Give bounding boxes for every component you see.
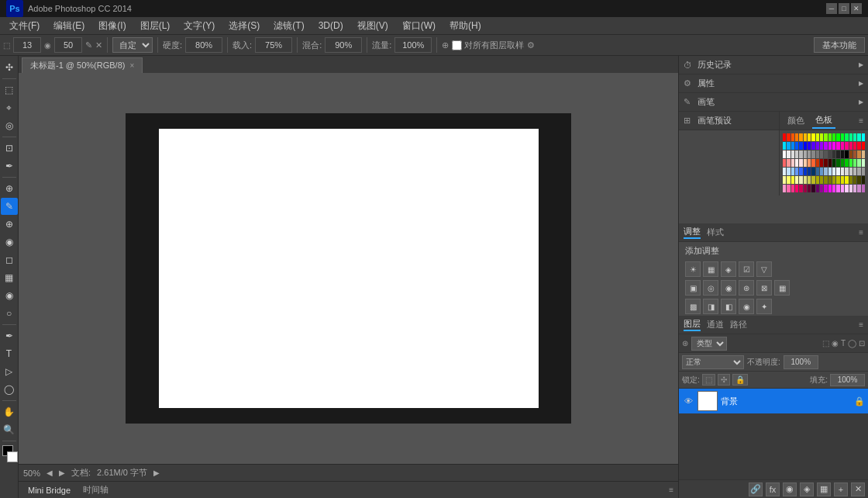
load-input[interactable] xyxy=(255,37,292,53)
flow-input[interactable] xyxy=(394,37,432,53)
swatch-1-10[interactable] xyxy=(824,142,827,150)
swatch-4-7[interactable] xyxy=(811,168,815,175)
maximize-button[interactable]: □ xyxy=(839,3,849,14)
swatch-3-16[interactable] xyxy=(849,159,852,167)
new-layer-btn[interactable]: + xyxy=(834,482,848,496)
swatch-1-3[interactable] xyxy=(795,142,798,150)
swatch-1-6[interactable] xyxy=(808,142,811,150)
swatch-5-12[interactable] xyxy=(832,176,835,184)
swatch-4-15[interactable] xyxy=(845,168,848,175)
adj-brightness-btn[interactable]: ☀ xyxy=(685,261,701,277)
preset-select[interactable]: 自定 xyxy=(112,37,153,53)
swatch-3-3[interactable] xyxy=(795,159,798,167)
fill-input[interactable] xyxy=(830,374,865,386)
swatch-0-19[interactable] xyxy=(862,133,865,141)
swatch-4-9[interactable] xyxy=(820,168,823,175)
menu-edit[interactable]: 编辑(E) xyxy=(47,18,91,34)
adj-vibrance-btn[interactable]: ▽ xyxy=(756,261,772,277)
adj-curves-btn[interactable]: ◈ xyxy=(721,261,736,277)
swatch-6-0[interactable] xyxy=(783,185,786,192)
lock-pixels-btn[interactable]: ⬚ xyxy=(702,374,715,386)
swatch-4-11[interactable] xyxy=(828,168,832,175)
swatch-1-19[interactable] xyxy=(862,142,865,150)
swatch-1-7[interactable] xyxy=(811,142,815,150)
swatch-0-0[interactable] xyxy=(783,133,786,141)
swatch-4-6[interactable] xyxy=(808,168,811,175)
swatch-0-12[interactable] xyxy=(832,133,835,141)
all-layers-check[interactable]: 对所有图层取样 xyxy=(452,40,524,51)
delete-layer-btn[interactable]: ✕ xyxy=(851,482,865,496)
swatch-4-1[interactable] xyxy=(787,168,790,175)
swatch-4-19[interactable] xyxy=(862,168,865,175)
swatch-3-15[interactable] xyxy=(845,159,848,167)
swatch-2-14[interactable] xyxy=(841,150,844,158)
menu-file[interactable]: 文件(F) xyxy=(3,18,46,34)
styles-tab[interactable]: 样式 xyxy=(707,227,724,238)
swatch-0-1[interactable] xyxy=(787,133,790,141)
swatch-2-11[interactable] xyxy=(828,150,832,158)
swatch-5-6[interactable] xyxy=(808,176,811,184)
swatches-tab[interactable]: 色板 xyxy=(812,112,835,129)
swatch-0-7[interactable] xyxy=(811,133,815,141)
swatch-1-15[interactable] xyxy=(845,142,848,150)
menu-layer[interactable]: 图层(L) xyxy=(134,18,177,34)
all-layers-checkbox[interactable] xyxy=(452,40,462,50)
swatch-6-4[interactable] xyxy=(799,185,802,192)
filter-text-btn[interactable]: T xyxy=(841,339,846,348)
swatch-3-5[interactable] xyxy=(804,159,807,167)
swatch-4-17[interactable] xyxy=(853,168,856,175)
mix-input[interactable] xyxy=(325,37,362,53)
filter-pixel-btn[interactable]: ⬚ xyxy=(822,339,829,348)
clone-stamp-tool[interactable]: ⊕ xyxy=(1,216,18,233)
menu-filter[interactable]: 滤镜(T) xyxy=(267,18,310,34)
swatch-4-12[interactable] xyxy=(832,168,835,175)
background-color[interactable] xyxy=(7,451,18,462)
swatch-4-4[interactable] xyxy=(799,168,802,175)
swatch-5-8[interactable] xyxy=(816,176,819,184)
swatch-6-10[interactable] xyxy=(824,185,827,192)
swatch-4-13[interactable] xyxy=(836,168,839,175)
swatch-6-3[interactable] xyxy=(795,185,798,192)
swatch-6-7[interactable] xyxy=(811,185,815,192)
swatch-0-4[interactable] xyxy=(799,133,802,141)
move-tool[interactable]: ✣ xyxy=(1,59,18,76)
adj-colorbalance-btn[interactable]: ◎ xyxy=(703,280,718,296)
panel-menu-button[interactable]: ≡ xyxy=(859,116,863,125)
blur-tool[interactable]: ◉ xyxy=(1,287,18,304)
swatch-1-8[interactable] xyxy=(816,142,819,150)
filter-adjustment-btn[interactable]: ◉ xyxy=(832,339,839,348)
swatch-6-14[interactable] xyxy=(841,185,844,192)
swatch-6-17[interactable] xyxy=(853,185,856,192)
quick-select-tool[interactable]: ◎ xyxy=(1,117,18,134)
swatch-5-13[interactable] xyxy=(836,176,839,184)
pen-tool[interactable]: ✒ xyxy=(1,327,18,344)
swatch-1-11[interactable] xyxy=(828,142,832,150)
zoom-tool[interactable]: 🔍 xyxy=(1,421,18,438)
swatch-1-17[interactable] xyxy=(853,142,856,150)
swatch-5-5[interactable] xyxy=(804,176,807,184)
swatch-3-8[interactable] xyxy=(816,159,819,167)
swatch-3-10[interactable] xyxy=(824,159,827,167)
swatch-0-17[interactable] xyxy=(853,133,856,141)
adj-levels-btn[interactable]: ▦ xyxy=(703,261,718,277)
layers-tab[interactable]: 图层 xyxy=(684,318,701,331)
spot-heal-tool[interactable]: ⊕ xyxy=(1,180,18,197)
swatch-0-14[interactable] xyxy=(841,133,844,141)
bottom-expand-button[interactable]: ≡ xyxy=(669,486,673,494)
brush-panel-header[interactable]: ✎ 画笔 ▶ xyxy=(679,93,868,112)
swatch-6-16[interactable] xyxy=(849,185,852,192)
swatch-5-9[interactable] xyxy=(820,176,823,184)
mini-bridge-tab[interactable]: Mini Bridge xyxy=(23,486,75,495)
adj-tab[interactable]: 调整 xyxy=(684,226,701,239)
lock-move-btn[interactable]: ✣ xyxy=(718,374,730,386)
swatch-5-19[interactable] xyxy=(862,176,865,184)
swatch-6-2[interactable] xyxy=(791,185,794,192)
swatch-5-3[interactable] xyxy=(795,176,798,184)
swatch-6-8[interactable] xyxy=(816,185,819,192)
hardness-input[interactable] xyxy=(185,37,222,53)
swatch-2-9[interactable] xyxy=(820,150,823,158)
swatch-3-6[interactable] xyxy=(808,159,811,167)
swatch-4-5[interactable] xyxy=(804,168,807,175)
link-layers-btn[interactable]: 🔗 xyxy=(749,482,763,496)
swatch-0-9[interactable] xyxy=(820,133,823,141)
